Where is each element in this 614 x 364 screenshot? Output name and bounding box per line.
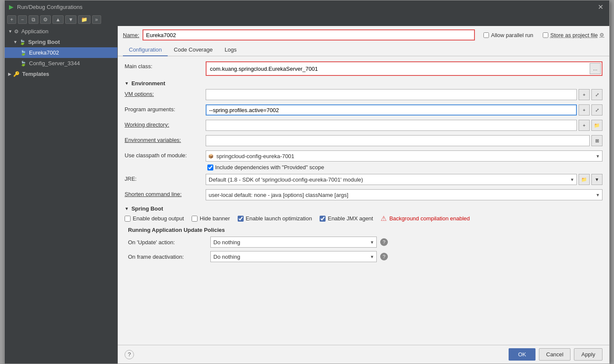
vm-options-row: VM options: + ⤢ [125,89,602,100]
jre-browse[interactable]: 📁 [579,174,590,185]
spring-boot-section: ▼ Spring Boot Enable debug output Hide b… [125,205,602,262]
bg-compilation-text: Background compilation enabled [389,215,470,222]
jmx-agent-checkbox[interactable] [320,216,326,222]
on-frame-select[interactable]: Do nothing Update classes and resources … [210,251,377,262]
spring-boot-arrow[interactable]: ▼ [125,206,129,211]
expand-arrow-sb: ▼ [13,40,17,44]
on-update-help[interactable]: ? [380,238,388,246]
spring-boot-section-label: Spring Boot [131,205,163,212]
application-icon: ⚙ [14,29,19,35]
classpath-select[interactable]: springcloud-config-eureka-7001 [206,150,602,162]
provided-checkbox-label[interactable]: Include dependencies with "Provided" sco… [207,164,324,170]
bottom-right: OK Cancel Apply [509,348,602,361]
springboot-icon: 🍃 [19,39,26,45]
name-label: Name: [123,32,139,38]
form-area: Main class: … ▼ Environment VM options: [118,56,609,345]
springboot-label: Spring Boot [28,39,60,45]
title-icon: ▶ [9,3,14,10]
vm-options-browse[interactable]: ⤢ [591,89,602,100]
allow-parallel-option[interactable]: Allow parallel run [483,32,533,38]
sidebar: ▼ ⚙ Application ▼ 🍃 Spring Boot 🍃 Eureka… [5,26,118,364]
templates-arrow: ▶ [8,72,12,76]
main-content: ▼ ⚙ Application ▼ 🍃 Spring Boot 🍃 Eureka… [5,26,609,364]
config-label: Config_Server_3344 [29,60,80,66]
allow-parallel-label: Allow parallel run [491,32,533,38]
tab-code-coverage[interactable]: Code Coverage [168,44,218,56]
env-vars-label: Environment variables: [125,135,206,143]
store-gear-icon: ⚙ [599,32,604,38]
provided-row: Include dependencies with "Provided" sco… [206,164,602,170]
sidebar-item-eureka7002[interactable]: 🍃 Eureka7002 [5,47,117,58]
environment-arrow[interactable]: ▼ [125,81,129,86]
main-class-browse[interactable]: … [590,63,601,74]
close-button[interactable]: ✕ [596,3,605,11]
launch-opt-checkbox[interactable] [238,216,244,222]
sidebar-item-springboot[interactable]: ▼ 🍃 Spring Boot [5,37,117,47]
env-vars-browse[interactable]: ⊞ [591,135,602,146]
jre-expand[interactable]: ▼ [591,174,602,185]
working-dir-input[interactable] [206,120,577,131]
remove-button[interactable]: − [18,15,27,24]
down-button[interactable]: ▼ [65,15,76,24]
sidebar-item-config[interactable]: 🍃 Config_Server_3344 [5,58,117,69]
on-update-select[interactable]: Do nothing Update classes and resources … [210,237,377,248]
sidebar-item-templates[interactable]: ▶ 🔑 Templates [5,69,117,79]
allow-parallel-checkbox[interactable] [483,32,489,38]
apply-button[interactable]: Apply [574,348,602,361]
program-args-fullscreen[interactable]: ⤢ [591,104,602,116]
hide-banner-checkbox[interactable] [192,216,198,222]
debug-output-label[interactable]: Enable debug output [125,215,184,222]
on-update-dropdown-wrap: Do nothing Update classes and resources … [210,237,377,248]
vm-options-expand[interactable]: + [579,89,590,100]
store-project-option[interactable]: Store as project file ⚙ [543,32,604,38]
main-class-input[interactable] [207,63,588,74]
shorten-dropdown-wrap: user-local default: none - java [options… [206,189,602,200]
spring-checkboxes: Enable debug output Hide banner Enable l… [125,214,602,222]
up-button[interactable]: ▲ [52,15,64,24]
add-button[interactable]: + [7,15,16,24]
name-row: Name: Allow parallel run Store as projec… [118,26,609,44]
folder-button[interactable]: 📁 [78,15,90,24]
on-frame-label: On frame deactivation: [128,254,207,260]
provided-checkbox[interactable] [207,165,213,170]
eureka7002-label: Eureka7002 [29,49,59,56]
provided-label: Include dependencies with "Provided" sco… [215,164,324,170]
tab-logs[interactable]: Logs [218,44,242,56]
environment-section: ▼ Environment [125,80,602,87]
cancel-button[interactable]: Cancel [539,348,570,361]
environment-label: Environment [131,80,165,87]
jre-dropdown-wrap: Default (1.8 - SDK of 'springcloud-confi… [206,174,577,185]
sidebar-item-application[interactable]: ▼ ⚙ Application [5,26,117,37]
right-panel: Name: Allow parallel run Store as projec… [118,26,609,364]
on-frame-help[interactable]: ? [380,253,388,260]
name-input[interactable] [143,29,474,40]
hide-banner-label[interactable]: Hide banner [192,215,230,222]
templates-icon: 🔑 [13,71,20,77]
shorten-row: Shorten command line: user-local default… [125,189,602,200]
working-dir-expand[interactable]: + [579,120,590,131]
debug-output-text: Enable debug output [133,215,184,222]
launch-opt-label[interactable]: Enable launch optimization [238,215,312,222]
jre-select[interactable]: Default (1.8 - SDK of 'springcloud-confi… [206,174,577,185]
shorten-label: Shorten command line: [125,189,206,197]
jmx-agent-label[interactable]: Enable JMX agent [320,215,373,222]
shorten-select[interactable]: user-local default: none - java [options… [206,189,602,200]
vm-options-input[interactable] [206,89,577,100]
bg-compilation-wrap: ⚠ Background compilation enabled [381,214,470,222]
tab-configuration[interactable]: Configuration [123,44,168,56]
program-args-input[interactable] [206,104,577,116]
working-dir-browse[interactable]: 📁 [591,120,602,131]
copy-button[interactable]: ⧉ [29,15,38,24]
env-vars-input[interactable] [206,135,590,146]
update-policies-label: Running Application Update Policies [128,227,602,233]
program-args-expand[interactable]: + [579,104,590,116]
debug-output-checkbox[interactable] [125,216,131,222]
settings-button[interactable]: ⚙ [40,15,51,24]
more-button[interactable]: » [92,15,101,24]
help-button[interactable]: ? [125,350,134,359]
ok-button[interactable]: OK [509,348,535,361]
dialog-title: Run/Debug Configurations [17,4,596,10]
store-project-checkbox[interactable] [543,32,548,38]
titlebar: ▶ Run/Debug Configurations ✕ [5,0,609,13]
env-vars-row: Environment variables: ⊞ [125,135,602,146]
